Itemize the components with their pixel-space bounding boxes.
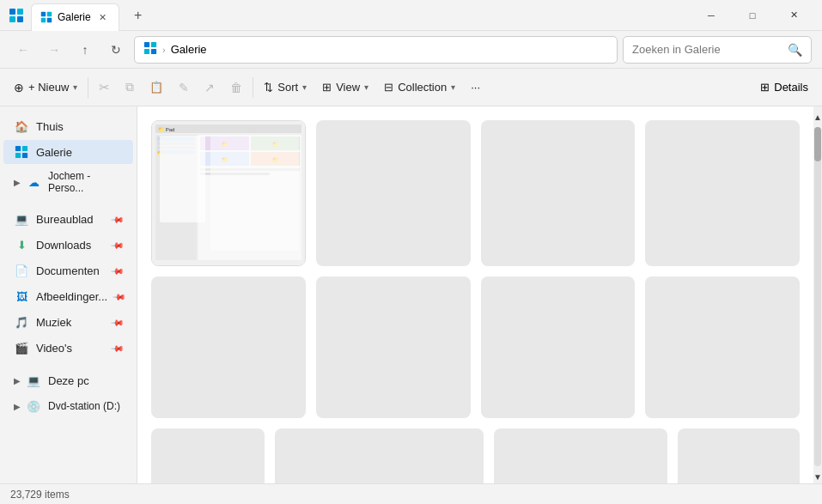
window-controls: ─ □ ✕ <box>691 2 813 29</box>
sort-chevron-icon: ▾ <box>302 82 307 92</box>
sort-icon: ⇅ <box>264 81 273 94</box>
bureaublad-icon: 💻 <box>14 211 29 227</box>
sidebar-item-jochem[interactable]: ▶ ☁ Jochem - Perso... <box>3 166 133 198</box>
sidebar-item-galerie[interactable]: Galerie <box>3 140 133 164</box>
svg-rect-6 <box>41 18 46 22</box>
search-input[interactable] <box>632 43 782 56</box>
view-icon: ⊞ <box>322 81 332 94</box>
toolbar-separator-1 <box>88 77 88 98</box>
sidebar-item-afbeeldingen[interactable]: 🖼 Afbeeldinger... 📌 <box>3 284 133 308</box>
tab-close-button[interactable]: ✕ <box>96 10 110 24</box>
sidebar-item-thuis[interactable]: 🏠 Thuis <box>3 114 133 138</box>
scroll-up-button[interactable]: ▲ <box>811 110 822 124</box>
svg-rect-4 <box>41 12 46 16</box>
gallery-item-3[interactable] <box>481 120 636 266</box>
sidebar-label-jochem: Jochem - Perso... <box>48 170 123 194</box>
new-icon: ⊕ <box>14 81 24 94</box>
back-button[interactable]: ← <box>10 37 36 63</box>
item-count: 23,729 items <box>10 489 70 501</box>
more-button[interactable]: ··· <box>464 76 487 98</box>
copy-icon: ⧉ <box>125 80 134 94</box>
scroll-down-button[interactable]: ▼ <box>811 470 822 483</box>
svg-rect-7 <box>47 18 52 22</box>
sidebar-item-videos[interactable]: 🎬 Video's 📌 <box>3 336 133 360</box>
sidebar: 🏠 Thuis Galerie ▶ ☁ Jochem - Perso... <box>0 106 137 483</box>
gallery-item-6[interactable] <box>316 276 471 418</box>
view-button[interactable]: ⊞ View ▾ <box>315 76 375 98</box>
sidebar-label-dezepc: Deze pc <box>48 374 89 387</box>
scroll-track[interactable] <box>814 127 821 466</box>
gallery-item-4[interactable] <box>645 120 800 266</box>
gallery-item-12[interactable] <box>678 428 800 483</box>
scrollbar: ▲ ▼ <box>813 106 822 483</box>
gallery-item-11[interactable] <box>494 428 668 483</box>
active-tab[interactable]: Galerie ✕ <box>31 3 119 31</box>
svg-rect-10 <box>144 49 149 54</box>
delete-button[interactable]: 🗑 <box>223 76 249 99</box>
pin-icon-bureaublad: 📌 <box>111 212 125 226</box>
share-button[interactable]: ↗ <box>198 76 222 99</box>
collection-label: Collection <box>398 81 447 94</box>
gallery-item-7[interactable] <box>481 276 636 418</box>
jochem-icon: ☁ <box>26 174 41 190</box>
pin-icon-downloads: 📌 <box>111 238 125 252</box>
details-button[interactable]: ⊞ Details <box>753 76 815 98</box>
rename-button[interactable]: ✎ <box>172 76 196 99</box>
cut-icon: ✂ <box>99 80 110 95</box>
gallery-item-8[interactable] <box>645 276 800 418</box>
sidebar-item-dvd[interactable]: ▶ 💿 Dvd-station (D:) <box>3 394 133 418</box>
search-box[interactable]: 🔍 <box>623 36 812 64</box>
sidebar-item-documenten[interactable]: 📄 Documenten 📌 <box>3 258 133 282</box>
title-bar: Galerie ✕ + ─ □ ✕ <box>0 0 822 31</box>
sort-button[interactable]: ⇅ Sort ▾ <box>257 76 314 98</box>
gallery-item-5[interactable] <box>151 276 306 418</box>
sidebar-label-galerie: Galerie <box>36 146 72 159</box>
dvd-icon: 💿 <box>26 398 41 414</box>
svg-rect-8 <box>144 42 149 47</box>
gallery-item-2[interactable] <box>316 120 471 266</box>
svg-rect-13 <box>22 146 27 151</box>
address-bar: ← → ↑ ↻ › Galerie 🔍 <box>0 31 822 69</box>
view-chevron-icon: ▾ <box>364 82 368 92</box>
address-path[interactable]: › Galerie <box>134 36 618 64</box>
sidebar-item-downloads[interactable]: ⬇ Downloads 📌 <box>3 233 133 257</box>
dezepc-icon: 💻 <box>26 373 41 388</box>
new-chevron-icon: ▾ <box>73 82 77 92</box>
sidebar-label-bureaublad: Bureaublad <box>36 213 94 226</box>
gallery-content: 📁 Pad 📁 📁 <box>137 106 813 483</box>
sidebar-gap-2 <box>0 361 137 367</box>
sidebar-item-muziek[interactable]: 🎵 Muziek 📌 <box>3 310 133 334</box>
cut-button[interactable]: ✂ <box>92 76 117 100</box>
search-icon: 🔍 <box>788 43 802 57</box>
sidebar-label-dvd: Dvd-station (D:) <box>48 400 120 412</box>
new-button[interactable]: ⊕ + Nieuw ▾ <box>7 76 84 99</box>
sidebar-label-afbeeldingen: Afbeeldinger... <box>36 290 107 303</box>
pin-icon-documenten: 📌 <box>111 264 125 277</box>
expand-arrow-jochem: ▶ <box>14 178 21 187</box>
paste-button[interactable]: 📋 <box>143 76 170 98</box>
refresh-button[interactable]: ↻ <box>103 37 129 63</box>
gallery-item-9[interactable] <box>151 428 265 483</box>
svg-rect-2 <box>9 16 15 22</box>
gallery-item-10[interactable] <box>275 428 484 483</box>
close-button[interactable]: ✕ <box>774 2 813 29</box>
copy-button[interactable]: ⧉ <box>119 76 141 99</box>
forward-button[interactable]: → <box>41 37 67 63</box>
sidebar-label-documenten: Documenten <box>36 264 100 277</box>
tab-label: Galerie <box>58 11 91 23</box>
new-tab-button[interactable]: + <box>126 3 150 27</box>
up-button[interactable]: ↑ <box>72 37 98 63</box>
collection-chevron-icon: ▾ <box>451 82 455 92</box>
minimize-button[interactable]: ─ <box>691 2 731 29</box>
scroll-thumb[interactable] <box>814 127 821 161</box>
address-text: Galerie <box>171 43 207 56</box>
gallery-item-1[interactable]: 📁 Pad 📁 📁 <box>151 120 306 266</box>
gallery-row-3 <box>151 428 800 483</box>
sidebar-item-dezepc[interactable]: ▶ 💻 Deze pc <box>3 368 133 392</box>
collection-button[interactable]: ⊟ Collection ▾ <box>377 76 462 98</box>
documenten-icon: 📄 <box>14 263 29 278</box>
address-separator: › <box>162 45 166 55</box>
sidebar-item-bureaublad[interactable]: 💻 Bureaublad 📌 <box>3 207 133 231</box>
maximize-button[interactable]: □ <box>733 2 772 29</box>
screenshot-preview: 📁 Pad 📁 📁 <box>152 121 305 265</box>
